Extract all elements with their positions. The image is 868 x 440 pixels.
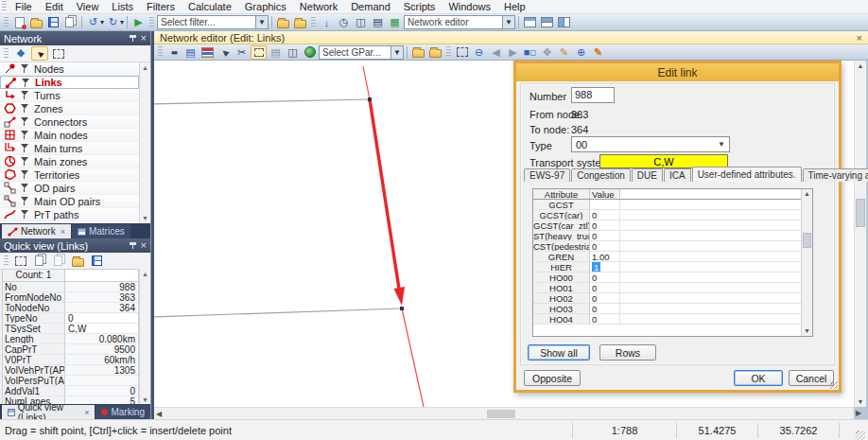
edit-shape-icon[interactable]: ✎ bbox=[590, 45, 606, 60]
insert-mode-icon[interactable]: ↓ bbox=[319, 15, 335, 29]
tab-time-varying-attr[interactable]: Time-varying attr. bbox=[803, 168, 868, 182]
network-list-item-connectors[interactable]: Connectors bbox=[0, 115, 139, 129]
save-filter-icon[interactable] bbox=[292, 15, 308, 29]
menu-edit[interactable]: Edit bbox=[39, 0, 70, 14]
show-all-button[interactable]: Show all bbox=[528, 344, 590, 361]
attributes-table-scrollbar[interactable]: ▲ ▼ bbox=[801, 189, 812, 336]
toolbar-grip[interactable] bbox=[4, 17, 9, 28]
resize-grip[interactable] bbox=[830, 381, 838, 389]
network-list-item-main-turns[interactable]: Main turns bbox=[0, 142, 139, 155]
filter-icon[interactable] bbox=[20, 143, 30, 153]
network-list-item-main-od-pairs[interactable]: Main OD pairs bbox=[0, 195, 139, 208]
resize-grip[interactable] bbox=[856, 431, 865, 440]
filter-icon[interactable] bbox=[20, 169, 30, 180]
tab-ews-97[interactable]: EWS-97 bbox=[524, 168, 570, 182]
undo-caret-icon[interactable]: ▾ bbox=[100, 18, 104, 26]
node-364[interactable] bbox=[400, 307, 404, 310]
chart-window-icon[interactable]: ▦ bbox=[387, 15, 403, 29]
table-row[interactable]: V0PrT60km/h bbox=[3, 355, 138, 365]
table-row[interactable]: GCST(car_ztl)0 bbox=[533, 220, 812, 231]
link-gray-top[interactable] bbox=[154, 99, 370, 104]
layout-single-icon[interactable] bbox=[522, 15, 538, 29]
filter-icon[interactable] bbox=[20, 130, 30, 140]
filter-icon[interactable] bbox=[20, 90, 30, 100]
table-row[interactable]: CapPrT9500 bbox=[3, 344, 138, 355]
table-row[interactable]: FromNodeNo363 bbox=[3, 292, 138, 303]
cancel-button[interactable]: Cancel bbox=[789, 370, 834, 386]
copy-icon[interactable] bbox=[31, 254, 48, 268]
filter-icon[interactable] bbox=[20, 183, 30, 193]
editor-combobox[interactable]: Network editor ▼ bbox=[404, 15, 515, 29]
find-icon[interactable]: ●● bbox=[165, 45, 182, 60]
insert-pointer-icon[interactable]: ▲ bbox=[217, 45, 233, 60]
table-row[interactable]: VolVehPrT(AP)1305 bbox=[3, 365, 138, 376]
save-layout-icon[interactable] bbox=[88, 254, 105, 268]
table-row[interactable]: CST(pedestriar0 bbox=[533, 241, 812, 252]
filter-icon[interactable] bbox=[20, 156, 30, 167]
close-icon[interactable]: × bbox=[857, 32, 862, 44]
fit-network-icon[interactable]: ◼◻ bbox=[522, 45, 538, 60]
tab-matrices[interactable]: Matrices bbox=[72, 224, 130, 238]
toolbar-grip[interactable] bbox=[311, 17, 316, 28]
dialog-titlebar[interactable]: Edit link bbox=[516, 63, 839, 81]
filter-icon[interactable] bbox=[20, 103, 30, 114]
scroll-right-icon[interactable]: ▶ bbox=[856, 409, 861, 417]
windows-cascade-icon[interactable]: ◫ bbox=[353, 15, 369, 29]
redo-caret-icon[interactable]: ▾ bbox=[120, 18, 124, 26]
table-row[interactable]: HO030 bbox=[533, 304, 812, 314]
close-icon[interactable]: × bbox=[141, 241, 147, 250]
tab-ica[interactable]: ICA bbox=[664, 168, 691, 182]
tab-close-icon[interactable]: × bbox=[84, 408, 89, 417]
toolbar-grip[interactable] bbox=[4, 48, 9, 60]
network-list-item-links[interactable]: Links bbox=[0, 76, 139, 89]
network-list-item-turns[interactable]: Turns bbox=[0, 89, 139, 102]
network-list-item-main-nodes[interactable]: Main nodes bbox=[0, 129, 139, 142]
scroll-down-icon[interactable]: ▼ bbox=[140, 213, 150, 223]
marquee-tool-icon[interactable] bbox=[50, 46, 67, 61]
table-row[interactable]: HO010 bbox=[533, 283, 812, 293]
selected-link-988[interactable] bbox=[370, 99, 399, 289]
gpar-combobox[interactable]: Select GPar... ▼ bbox=[319, 45, 404, 60]
save-as-icon[interactable] bbox=[62, 15, 78, 29]
rows-button[interactable]: Rows bbox=[599, 344, 656, 361]
scroll-left-icon[interactable]: ◀ bbox=[156, 410, 162, 418]
toolbar-grip[interactable] bbox=[158, 46, 163, 58]
move-tool-icon[interactable]: ✥ bbox=[12, 46, 29, 61]
network-list-item-zones[interactable]: Zones bbox=[0, 102, 139, 115]
menu-calculate[interactable]: Calculate bbox=[182, 0, 238, 14]
select-attributes-icon[interactable] bbox=[12, 254, 29, 268]
layout-rows-icon[interactable] bbox=[539, 15, 555, 29]
quick-view-scrollbar[interactable]: ▲ ▼ bbox=[139, 269, 150, 405]
menu-file[interactable]: File bbox=[9, 0, 39, 14]
menu-windows[interactable]: Windows bbox=[442, 0, 497, 14]
table-row[interactable]: GCST(car)0 bbox=[533, 210, 812, 220]
network-list-item-nodes[interactable]: Nodes bbox=[0, 62, 139, 76]
measure-icon[interactable]: ✎ bbox=[556, 45, 572, 60]
undo-icon[interactable]: ↺ bbox=[85, 15, 101, 29]
selected-cell-value[interactable]: 1 bbox=[592, 262, 600, 272]
type-combobox[interactable]: 00 ▼ bbox=[571, 136, 730, 152]
close-icon[interactable]: × bbox=[141, 34, 147, 43]
menu-network[interactable]: Network bbox=[293, 0, 344, 14]
graphic-parameters-icon[interactable] bbox=[200, 45, 216, 60]
table-scroll-thumb[interactable] bbox=[803, 233, 811, 248]
tab-user-defined-attributes[interactable]: User-defined attributes. bbox=[692, 167, 802, 182]
table-row[interactable]: HO000 bbox=[533, 273, 812, 283]
menu-help[interactable]: Help bbox=[497, 0, 532, 14]
editor-vscrollbar[interactable]: ▲ ▼ bbox=[854, 61, 866, 407]
table-row[interactable]: HO020 bbox=[533, 293, 812, 304]
filter-icon[interactable] bbox=[20, 116, 30, 127]
pin-icon[interactable] bbox=[130, 241, 136, 250]
background-map-icon[interactable] bbox=[302, 45, 318, 60]
toolbar-grip[interactable] bbox=[149, 17, 154, 28]
open-gpar-icon[interactable] bbox=[410, 45, 426, 60]
chevron-down-icon[interactable]: ▼ bbox=[391, 46, 403, 59]
save-gpar-icon[interactable] bbox=[427, 45, 443, 60]
table-row[interactable]: ToNodeNo364 bbox=[3, 303, 138, 313]
redo-icon[interactable]: ↻ bbox=[105, 15, 121, 29]
menu-view[interactable]: View bbox=[70, 0, 106, 14]
scroll-up-icon[interactable]: ▲ bbox=[802, 189, 812, 199]
forward-icon[interactable]: ▶ bbox=[505, 45, 521, 60]
pan-icon[interactable]: ✥ bbox=[539, 45, 555, 60]
pointer-tool-icon[interactable]: ▲ bbox=[31, 46, 48, 61]
